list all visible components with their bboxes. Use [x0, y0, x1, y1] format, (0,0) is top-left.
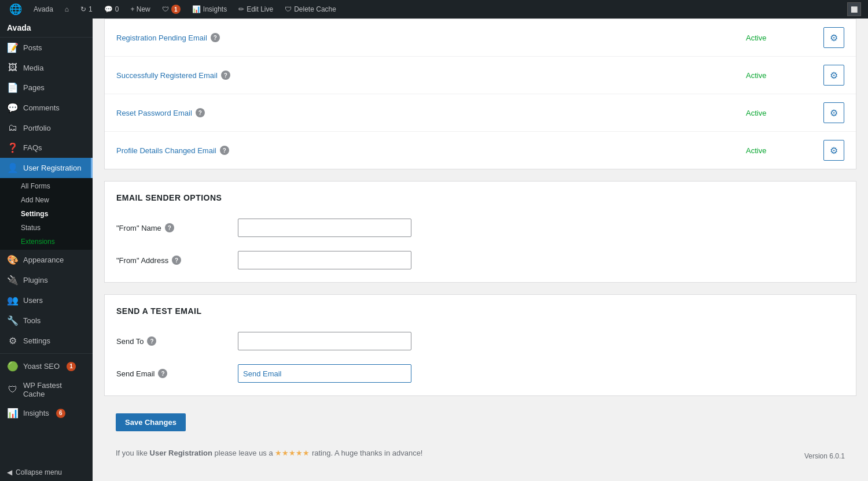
- sidebar-sub-add-new[interactable]: Add New: [0, 193, 93, 207]
- insights-bar-icon: 📊: [192, 5, 201, 13]
- comments-item[interactable]: 💬 0: [100, 0, 124, 18]
- gear-btn-profile-details-changed[interactable]: ⚙: [823, 140, 844, 161]
- email-sender-title: EMAIL SENDER OPTIONS: [105, 182, 856, 212]
- updates-item[interactable]: ↻ 1: [76, 0, 97, 18]
- sidebar-item-label: FAQs: [23, 143, 42, 152]
- help-icon-registration-pending[interactable]: ?: [211, 33, 220, 42]
- email-name-text: Profile Details Changed Email: [116, 146, 216, 155]
- help-icon-reset-password[interactable]: ?: [196, 108, 205, 117]
- help-icon-send-to[interactable]: ?: [147, 336, 156, 346]
- email-name-text: Reset Password Email: [116, 109, 192, 117]
- footer-stars-link[interactable]: ★★★★★: [275, 449, 312, 457]
- send-email-row: Send Email ? Send Email: [105, 357, 856, 390]
- help-icon-send-email[interactable]: ?: [158, 369, 167, 378]
- sidebar-item-settings[interactable]: ⚙ Settings: [0, 331, 93, 351]
- users-icon: 👥: [7, 295, 19, 306]
- email-name-text: Successfully Registered Email: [116, 71, 218, 80]
- send-email-button[interactable]: Send Email: [238, 364, 411, 383]
- sidebar-item-label: Appearance: [23, 256, 64, 264]
- yoast-item[interactable]: 🛡 1: [157, 0, 185, 18]
- sidebar-item-wp-fastest-cache[interactable]: 🛡 WP Fastest Cache: [0, 376, 93, 403]
- sidebar-sub-extensions[interactable]: Extensions: [0, 235, 93, 249]
- sidebar-item-appearance[interactable]: 🎨 Appearance: [0, 250, 93, 270]
- sidebar-item-insights[interactable]: 📊 Insights 6: [0, 403, 93, 423]
- sidebar-divider: [0, 353, 93, 354]
- sidebar-item-portfolio[interactable]: 🗂 Portfolio: [0, 118, 93, 138]
- new-label: + New: [130, 5, 150, 13]
- sidebar-item-label: User Registration: [23, 164, 81, 172]
- save-changes-button[interactable]: Save Changes: [116, 413, 186, 431]
- send-to-input[interactable]: [238, 332, 411, 350]
- email-sender-section: EMAIL SENDER OPTIONS "From" Name ? "From…: [104, 181, 856, 283]
- sidebar-brand: Avada: [0, 18, 93, 38]
- sidebar-item-tools[interactable]: 🔧 Tools: [0, 310, 93, 331]
- sidebar-item-yoast-seo[interactable]: 🟢 Yoast SEO 1: [0, 356, 93, 376]
- faqs-icon: ❓: [7, 142, 19, 153]
- delete-cache-icon: 🛡: [285, 5, 292, 13]
- send-to-row: Send To ?: [105, 325, 856, 357]
- wp-logo-item[interactable]: 🌐: [5, 0, 27, 18]
- email-row-successfully-registered: Successfully Registered Email ? Active ⚙: [105, 57, 856, 94]
- sidebar-submenu-user-registration: All Forms Add New Settings Status Extens…: [0, 178, 93, 250]
- sidebar-item-label: Posts: [23, 43, 42, 52]
- media-icon: 🖼: [7, 62, 19, 73]
- footer-plugin-name: User Registration: [150, 449, 212, 457]
- gear-btn-successfully-registered[interactable]: ⚙: [823, 65, 844, 86]
- user-registration-icon: 👤: [7, 162, 19, 173]
- send-to-label-text: Send To: [116, 337, 144, 346]
- sidebar-item-posts[interactable]: 📝 Posts: [0, 38, 93, 58]
- avada-label: Avada: [34, 5, 53, 13]
- test-email-title: SEND A TEST EMAIL: [105, 295, 856, 325]
- from-name-input[interactable]: [238, 219, 411, 237]
- edit-live-icon: ✏: [238, 5, 244, 13]
- help-icon-from-address[interactable]: ?: [172, 256, 181, 265]
- help-icon-profile-details-changed[interactable]: ?: [220, 146, 229, 155]
- send-email-label-text: Send Email: [116, 369, 155, 378]
- sidebar-item-users[interactable]: 👥 Users: [0, 290, 93, 310]
- portfolio-icon: 🗂: [7, 123, 19, 133]
- insights-icon: 📊: [7, 408, 19, 419]
- sidebar-sub-settings[interactable]: Settings: [0, 207, 93, 221]
- comments-icon: 💬: [7, 102, 19, 113]
- edit-live-label: Edit Live: [247, 5, 273, 13]
- gear-btn-reset-password[interactable]: ⚙: [823, 102, 844, 123]
- footer-row: If you like User Registration please lea…: [104, 443, 856, 469]
- email-action-registration-pending: ⚙: [815, 27, 844, 48]
- collapse-icon: ◀: [7, 468, 12, 476]
- sidebar-sub-all-forms[interactable]: All Forms: [0, 179, 93, 193]
- email-row-registration-pending: Registration Pending Email ? Active ⚙: [105, 19, 856, 57]
- sidebar-item-media[interactable]: 🖼 Media: [0, 58, 93, 77]
- sidebar-item-label: Settings: [23, 336, 50, 345]
- from-name-row: "From" Name ?: [105, 212, 856, 244]
- from-name-label: "From" Name ?: [116, 223, 232, 232]
- email-name-text: Registration Pending Email: [116, 34, 207, 42]
- insights-item[interactable]: 📊 Insights: [187, 0, 231, 18]
- email-row-profile-details-changed: Profile Details Changed Email ? Active ⚙: [105, 132, 856, 169]
- new-item[interactable]: + New: [126, 0, 155, 18]
- sidebar-sub-status[interactable]: Status: [0, 221, 93, 235]
- edit-live-item[interactable]: ✏ Edit Live: [234, 0, 278, 18]
- email-name-profile-details-changed[interactable]: Profile Details Changed Email ?: [116, 146, 746, 155]
- from-address-input[interactable]: [238, 251, 411, 269]
- delete-cache-item[interactable]: 🛡 Delete Cache: [280, 0, 341, 18]
- email-name-successfully-registered[interactable]: Successfully Registered Email ?: [116, 71, 746, 80]
- collapse-label: Collapse menu: [16, 468, 62, 476]
- sidebar-item-faqs[interactable]: ❓ FAQs: [0, 138, 93, 158]
- sidebar-item-comments[interactable]: 💬 Comments: [0, 98, 93, 118]
- screen-options-btn[interactable]: ⬜: [847, 2, 861, 16]
- sidebar-item-pages[interactable]: 📄 Pages: [0, 77, 93, 98]
- email-name-reset-password[interactable]: Reset Password Email ?: [116, 108, 746, 117]
- email-name-registration-pending[interactable]: Registration Pending Email ?: [116, 33, 746, 42]
- insights-label: Insights: [203, 5, 227, 13]
- gear-btn-registration-pending[interactable]: ⚙: [823, 27, 844, 48]
- avada-item[interactable]: Avada: [29, 0, 58, 18]
- home-item[interactable]: ⌂: [60, 0, 73, 18]
- main-content: Registration Pending Email ? Active ⚙ Su…: [93, 18, 868, 481]
- sidebar-item-label: Tools: [23, 316, 41, 325]
- sidebar-item-plugins[interactable]: 🔌 Plugins: [0, 270, 93, 290]
- help-icon-successfully-registered[interactable]: ?: [221, 71, 230, 80]
- collapse-menu-btn[interactable]: ◀ Collapse menu: [0, 464, 93, 481]
- top-bar: 🌐 Avada ⌂ ↻ 1 💬 0 + New 🛡 1 📊 Insights ✏…: [0, 0, 868, 18]
- sidebar-item-user-registration[interactable]: 👤 User Registration: [0, 158, 93, 178]
- help-icon-from-name[interactable]: ?: [165, 223, 174, 232]
